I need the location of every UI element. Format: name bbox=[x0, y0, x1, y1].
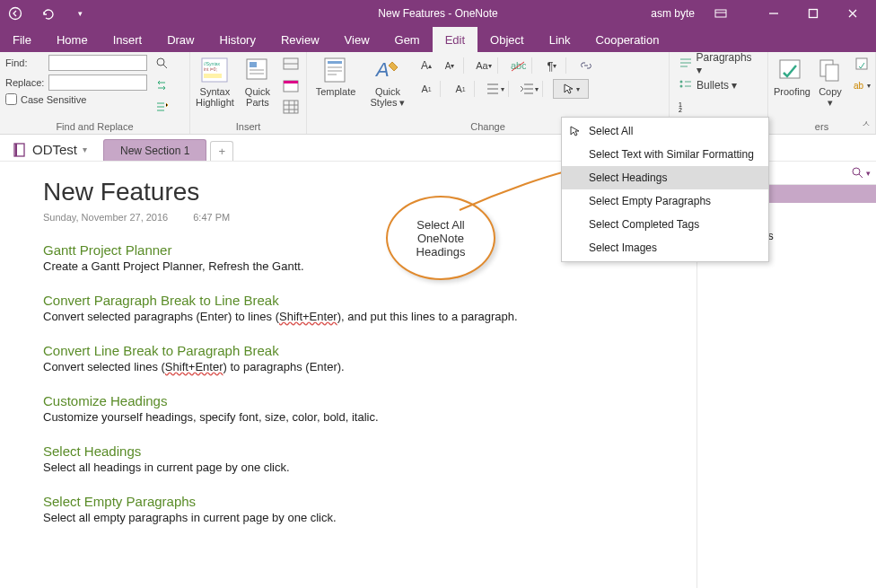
find-next-icon[interactable] bbox=[153, 54, 172, 74]
bullets-menu[interactable]: Bullets ▾ bbox=[675, 75, 740, 95]
svg-rect-2 bbox=[810, 10, 818, 18]
heading[interactable]: Select Headings bbox=[43, 443, 696, 459]
ribbon-tabs: FileHomeInsertDrawHistoryReviewViewGemEd… bbox=[0, 27, 876, 52]
template-icon bbox=[321, 56, 350, 84]
highlight-extra-icon[interactable]: ab▾ bbox=[852, 75, 872, 95]
link-icon[interactable] bbox=[576, 56, 596, 75]
svg-point-0 bbox=[10, 8, 22, 20]
select-menu-item[interactable]: Select All bbox=[562, 119, 768, 143]
tab-gem[interactable]: Gem bbox=[382, 27, 433, 52]
title-bar: ▾ New Features - OneNote asm byte bbox=[0, 0, 876, 27]
tab-link[interactable]: Link bbox=[537, 27, 583, 52]
increase-font-icon[interactable]: A▴ bbox=[416, 56, 436, 75]
pilcrow-icon[interactable]: ¶▾ bbox=[542, 56, 562, 75]
heading[interactable]: Customize Headings bbox=[43, 393, 696, 408]
svg-point-3 bbox=[157, 58, 164, 66]
template-button[interactable]: Template bbox=[312, 54, 359, 97]
section-tab[interactable]: New Section 1 bbox=[103, 139, 206, 161]
tab-history[interactable]: History bbox=[207, 27, 268, 52]
svg-rect-27 bbox=[780, 60, 800, 78]
svg-text:int i=0;: int i=0; bbox=[204, 66, 217, 72]
tab-cooperation[interactable]: Cooperation bbox=[583, 27, 672, 52]
paragraph[interactable]: Select all headings in current page by o… bbox=[43, 461, 696, 474]
superscript-icon[interactable]: A1 bbox=[451, 79, 470, 99]
heading[interactable]: Convert Line Break to Paragraph Break bbox=[43, 343, 696, 358]
toggle-case-icon[interactable]: Aa▾ bbox=[474, 56, 494, 75]
tab-insert[interactable]: Insert bbox=[101, 27, 155, 52]
select-menu-item[interactable]: Select Headings bbox=[562, 166, 768, 189]
minimize-button[interactable] bbox=[756, 3, 792, 24]
tab-draw[interactable]: Draw bbox=[154, 27, 206, 52]
svg-point-34 bbox=[853, 168, 860, 175]
select-menu-item[interactable]: Select Images bbox=[562, 236, 768, 259]
undo-button[interactable] bbox=[38, 4, 57, 23]
paragraph[interactable]: Customize yourself headings, specify fon… bbox=[43, 410, 696, 424]
back-button[interactable] bbox=[5, 4, 25, 23]
svg-point-24 bbox=[680, 85, 683, 88]
svg-text:A: A bbox=[374, 58, 390, 81]
callout-annotation: Select All OneNote Headings bbox=[386, 196, 495, 280]
window-title: New Features - OneNote bbox=[378, 7, 497, 20]
subscript-icon[interactable]: A1 bbox=[416, 79, 436, 99]
paragraph[interactable]: Convert selected lines (Shift+Enter) to … bbox=[43, 360, 696, 373]
svg-rect-14 bbox=[284, 81, 298, 83]
paragraph[interactable]: Select all empty paragraphs in current p… bbox=[43, 511, 696, 524]
case-sensitive-label: Case Sensitive bbox=[21, 94, 86, 105]
replace-all-icon[interactable] bbox=[153, 97, 172, 117]
proofing-button[interactable]: Proofing bbox=[774, 54, 810, 97]
find-input[interactable] bbox=[48, 55, 147, 71]
tab-edit[interactable]: Edit bbox=[433, 27, 477, 52]
paragraph[interactable]: Convert selected paragraphs (Enter) to l… bbox=[43, 310, 696, 323]
maximize-button[interactable] bbox=[795, 3, 831, 24]
select-menu-item[interactable]: Select Empty Paragraphs bbox=[562, 189, 768, 213]
insert-horizontal-line-icon[interactable] bbox=[281, 54, 301, 74]
tab-object[interactable]: Object bbox=[477, 27, 537, 52]
clipboard-extra-icon[interactable] bbox=[852, 54, 872, 74]
decrease-font-icon[interactable]: A▾ bbox=[440, 56, 460, 75]
qat-customize[interactable]: ▾ bbox=[70, 4, 90, 23]
replace-one-icon[interactable] bbox=[153, 75, 172, 95]
clear-formatting-icon[interactable]: abc bbox=[508, 56, 528, 75]
tab-file[interactable]: File bbox=[0, 27, 44, 52]
insert-date-icon[interactable] bbox=[281, 75, 301, 95]
quick-styles-button[interactable]: A Quick Styles ▾ bbox=[364, 54, 411, 108]
copy-icon bbox=[816, 56, 845, 84]
tab-view[interactable]: View bbox=[332, 27, 382, 52]
svg-point-23 bbox=[680, 81, 683, 83]
svg-rect-29 bbox=[826, 65, 838, 81]
replace-input[interactable] bbox=[48, 75, 147, 91]
ribbon-options-icon[interactable] bbox=[711, 4, 731, 23]
heading[interactable]: Select Empty Paragraphs bbox=[43, 494, 696, 509]
collapse-ribbon-icon[interactable]: ㅅ bbox=[862, 118, 871, 130]
indent-icon[interactable]: ▾ bbox=[519, 79, 539, 99]
syntax-icon: //Syntaxint i=0; bbox=[200, 56, 229, 84]
quick-parts-button[interactable]: Quick Parts bbox=[240, 54, 276, 108]
select-menu-item[interactable]: Select Text with Similar Formatting bbox=[562, 143, 768, 166]
svg-rect-10 bbox=[250, 69, 264, 71]
svg-rect-19 bbox=[328, 70, 342, 72]
case-sensitive-checkbox[interactable] bbox=[5, 93, 17, 105]
paragraphs-icon bbox=[679, 57, 693, 71]
close-button[interactable] bbox=[835, 3, 871, 24]
select-dropdown-button[interactable]: ▾ bbox=[553, 79, 589, 99]
copy-button[interactable]: Copy ▾ bbox=[816, 54, 845, 108]
replace-label: Replace: bbox=[5, 77, 45, 88]
tab-home[interactable]: Home bbox=[44, 27, 101, 52]
svg-rect-33 bbox=[15, 144, 17, 156]
group-insert: Insert bbox=[196, 121, 301, 134]
heading[interactable]: Convert Paragraph Break to Line Break bbox=[43, 293, 696, 308]
notebook-icon bbox=[13, 143, 27, 157]
tab-review[interactable]: Review bbox=[268, 27, 332, 52]
svg-rect-15 bbox=[284, 101, 298, 113]
user-label[interactable]: asm byte bbox=[651, 7, 695, 20]
select-menu-item[interactable]: Select Completed Tags bbox=[562, 213, 768, 236]
svg-rect-20 bbox=[328, 74, 337, 75]
svg-rect-7 bbox=[204, 74, 222, 78]
paragraphs-menu[interactable]: Paragraphs ▾ bbox=[675, 54, 762, 74]
add-section-button[interactable]: + bbox=[210, 141, 233, 161]
insert-table-icon[interactable] bbox=[281, 97, 301, 117]
line-spacing-icon[interactable]: ▾ bbox=[485, 79, 504, 99]
notebook-selector[interactable]: ODTest ▾ bbox=[13, 142, 87, 161]
syntax-highlight-button[interactable]: //Syntaxint i=0; Syntax Highlight bbox=[196, 54, 234, 108]
quick-styles-icon: A bbox=[373, 56, 402, 84]
